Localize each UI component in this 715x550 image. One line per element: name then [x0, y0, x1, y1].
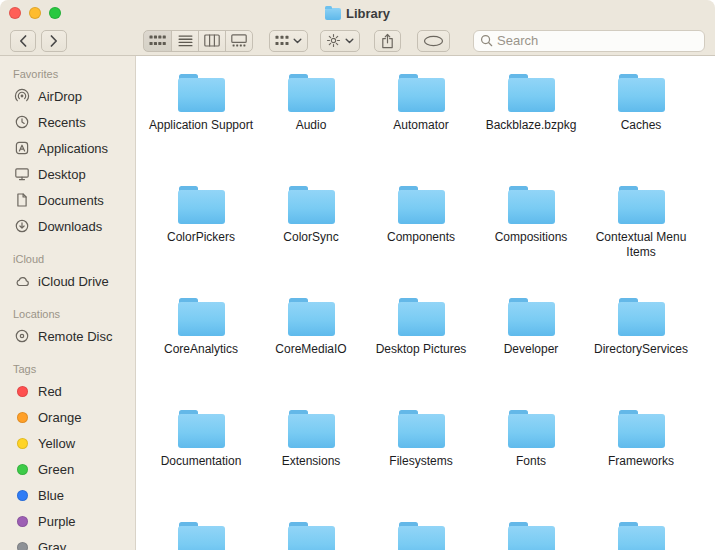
sidebar-item-remote-disc[interactable]: Remote Disc — [0, 323, 135, 349]
search-input[interactable] — [497, 33, 698, 48]
folder-icon — [618, 298, 665, 336]
folder-icon — [618, 522, 665, 550]
folder-label: Backblaze.bzpkg — [486, 118, 577, 133]
downloads-icon — [13, 218, 31, 234]
action-button[interactable] — [320, 30, 360, 52]
folder-item-colorpickers[interactable]: ColorPickers — [146, 186, 256, 284]
folder-label: ColorSync — [283, 230, 338, 245]
folder-item-documentation[interactable]: Documentation — [146, 410, 256, 508]
toolbar — [0, 26, 715, 56]
sidebar-item-downloads[interactable]: Downloads — [0, 213, 135, 239]
sidebar-item-green[interactable]: Green — [0, 456, 135, 482]
folder-item-partial[interactable] — [586, 522, 696, 550]
cloud-icon — [13, 273, 31, 289]
icon-view-button[interactable] — [144, 31, 171, 51]
sidebar-item-label: Applications — [38, 141, 108, 156]
sidebar-item-red[interactable]: Red — [0, 378, 135, 404]
airdrop-icon — [13, 88, 31, 104]
folder-label: CoreAnalytics — [164, 342, 238, 357]
gallery-view-button[interactable] — [225, 31, 252, 51]
sidebar-item-label: Gray — [38, 540, 66, 550]
applications-icon — [13, 140, 31, 156]
folder-item-desktop-pictures[interactable]: Desktop Pictures — [366, 298, 476, 396]
tag-color-dot — [17, 438, 28, 449]
folder-icon — [325, 8, 341, 20]
sidebar-item-recents[interactable]: Recents — [0, 109, 135, 135]
sidebar-item-documents[interactable]: Documents — [0, 187, 135, 213]
tag-dot-icon — [13, 461, 31, 477]
folder-item-filesystems[interactable]: Filesystems — [366, 410, 476, 508]
folder-item-colorsync[interactable]: ColorSync — [256, 186, 366, 284]
sidebar-item-desktop[interactable]: Desktop — [0, 161, 135, 187]
forward-button[interactable] — [41, 30, 67, 52]
folder-item-developer[interactable]: Developer — [476, 298, 586, 396]
folder-icon — [508, 186, 555, 224]
folder-icon — [508, 522, 555, 550]
group-button[interactable] — [269, 30, 308, 52]
close-button[interactable] — [9, 7, 21, 19]
window-body: FavoritesAirDropRecentsApplicationsDeskt… — [0, 56, 715, 550]
folder-item-automator[interactable]: Automator — [366, 74, 476, 172]
folder-label: Frameworks — [608, 454, 674, 469]
folder-icon — [618, 186, 665, 224]
folder-item-extensions[interactable]: Extensions — [256, 410, 366, 508]
folder-item-coreanalytics[interactable]: CoreAnalytics — [146, 298, 256, 396]
share-icon — [380, 33, 395, 49]
folder-label: Audio — [296, 118, 327, 133]
folder-icon — [178, 186, 225, 224]
folder-item-partial[interactable] — [476, 522, 586, 550]
zoom-button[interactable] — [49, 7, 61, 19]
sidebar-item-gray[interactable]: Gray — [0, 534, 135, 550]
folder-item-caches[interactable]: Caches — [586, 74, 696, 172]
search-field[interactable] — [473, 30, 705, 52]
tag-color-dot — [17, 386, 28, 397]
sidebar-item-label: AirDrop — [38, 89, 82, 104]
folder-item-partial[interactable] — [256, 522, 366, 550]
folder-item-fonts[interactable]: Fonts — [476, 410, 586, 508]
folder-label: Extensions — [282, 454, 341, 469]
group-icon — [275, 35, 289, 47]
tag-dot-icon — [13, 435, 31, 451]
column-view-button[interactable] — [198, 31, 225, 51]
folder-item-components[interactable]: Components — [366, 186, 476, 284]
folder-item-audio[interactable]: Audio — [256, 74, 366, 172]
back-button[interactable] — [10, 30, 36, 52]
folder-icon — [288, 186, 335, 224]
folder-icon — [178, 298, 225, 336]
folder-item-application-support[interactable]: Application Support — [146, 74, 256, 172]
title-bar[interactable]: Library — [0, 0, 715, 26]
folder-item-contextual-menu-items[interactable]: Contextual Menu Items — [586, 186, 696, 284]
sidebar-item-icloud-drive[interactable]: iCloud Drive — [0, 268, 135, 294]
folder-icon — [398, 410, 445, 448]
sidebar-item-purple[interactable]: Purple — [0, 508, 135, 534]
sidebar-item-orange[interactable]: Orange — [0, 404, 135, 430]
sidebar-item-label: Desktop — [38, 167, 86, 182]
folder-icon — [398, 522, 445, 550]
clock-icon — [13, 114, 31, 130]
sidebar-item-blue[interactable]: Blue — [0, 482, 135, 508]
tag-dot-icon — [13, 513, 31, 529]
folder-item-frameworks[interactable]: Frameworks — [586, 410, 696, 508]
tag-icon — [423, 35, 444, 47]
folder-item-compositions[interactable]: Compositions — [476, 186, 586, 284]
column-view-icon — [204, 34, 220, 47]
list-view-button[interactable] — [171, 31, 198, 51]
folder-item-coremediaio[interactable]: CoreMediaIO — [256, 298, 366, 396]
folder-icon — [288, 410, 335, 448]
minimize-button[interactable] — [29, 7, 41, 19]
folder-label: Contextual Menu Items — [587, 230, 695, 260]
sidebar-item-applications[interactable]: Applications — [0, 135, 135, 161]
folder-item-partial[interactable] — [146, 522, 256, 550]
tag-color-dot — [17, 464, 28, 475]
sidebar-item-yellow[interactable]: Yellow — [0, 430, 135, 456]
sidebar-item-airdrop[interactable]: AirDrop — [0, 83, 135, 109]
folder-label: Application Support — [149, 118, 253, 133]
tag-button[interactable] — [417, 30, 450, 52]
sidebar-item-label: Blue — [38, 488, 64, 503]
share-button[interactable] — [374, 30, 401, 52]
tag-dot-icon — [13, 539, 31, 550]
folder-item-backblaze-bzpkg[interactable]: Backblaze.bzpkg — [476, 74, 586, 172]
folder-item-directoryservices[interactable]: DirectoryServices — [586, 298, 696, 396]
folder-label: DirectoryServices — [594, 342, 688, 357]
folder-item-partial[interactable] — [366, 522, 476, 550]
